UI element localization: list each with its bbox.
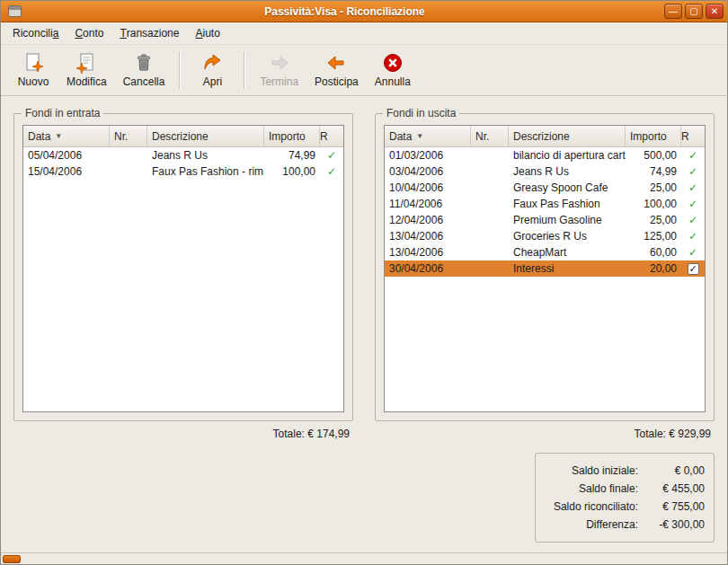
- toolbar-separator: [179, 51, 181, 89]
- table-row[interactable]: 15/04/2006 Faux Pas Fashion - rim 100,00…: [23, 163, 343, 180]
- funds-out-frame: Fondi in uscita Data▼ Nr. Descrizione Im…: [375, 113, 715, 421]
- window-title: Passività:Visa - Riconciliazione: [25, 5, 664, 18]
- toolbar-separator: [244, 51, 245, 89]
- cancel-icon: [382, 52, 404, 74]
- table-row[interactable]: 03/04/2006 Jeans R Us 74,99 ✓: [385, 163, 705, 180]
- column-header-date[interactable]: Data▼: [385, 126, 471, 146]
- check-icon: ✓: [688, 198, 697, 210]
- window-bottom-edge: [1, 552, 727, 564]
- check-icon: ✓: [688, 165, 697, 178]
- check-icon: ✓: [688, 149, 697, 162]
- table-row-selected[interactable]: 30/04/2006 Interessi 20,00 ✓: [385, 260, 705, 277]
- edit-icon: [75, 52, 97, 74]
- funds-in-table: Data▼ Nr. Descrizione Importo R 05/04/20…: [22, 125, 344, 412]
- menu-aiuto[interactable]: Aiuto: [187, 22, 227, 44]
- window-controls: — ▢ ✕: [664, 4, 724, 19]
- column-header-nr[interactable]: Nr.: [110, 126, 147, 146]
- checkbox-checked-icon[interactable]: ✓: [688, 263, 699, 275]
- funds-in-label: Fondi in entrata: [22, 107, 103, 119]
- saldo-iniziale-label: Saldo iniziale:: [572, 462, 638, 480]
- window-menu-icon[interactable]: [8, 5, 22, 17]
- cancel-button[interactable]: Annulla: [367, 49, 419, 91]
- sort-arrow-icon: ▼: [416, 132, 423, 140]
- column-header-r[interactable]: R: [681, 126, 705, 146]
- column-header-desc[interactable]: Descrizione: [147, 126, 264, 146]
- table-row[interactable]: 05/04/2006 Jeans R Us 74,99 ✓: [23, 147, 343, 163]
- table-row[interactable]: 13/04/2006 Groceries R Us 125,00 ✓: [385, 228, 705, 244]
- saldo-finale-value: € 455,00: [638, 480, 705, 498]
- column-header-amount[interactable]: Importo: [626, 126, 681, 146]
- menu-transazione[interactable]: Transazione: [111, 22, 187, 44]
- funds-out-pane: Fondi in uscita Data▼ Nr. Descrizione Im…: [375, 105, 715, 543]
- titlebar: Passività:Visa - Riconciliazione — ▢ ✕: [1, 1, 727, 22]
- close-button[interactable]: ✕: [706, 4, 724, 19]
- column-header-nr[interactable]: Nr.: [471, 126, 509, 146]
- saldo-riconciliato-value: € 755,00: [638, 498, 705, 516]
- sort-arrow-icon: ▼: [55, 132, 62, 140]
- check-icon: ✓: [688, 230, 697, 243]
- minimize-button[interactable]: —: [664, 4, 682, 19]
- differenza-value: -€ 300,00: [638, 516, 705, 534]
- postpone-button[interactable]: Posticipa: [306, 49, 367, 91]
- main-content: Fondi in entrata Data▼ Nr. Descrizione I…: [1, 96, 727, 552]
- check-icon: ✓: [688, 246, 697, 259]
- funds-out-total: Totale: € 929,99: [375, 421, 715, 440]
- toolbar: Nuovo Modifica Cancella Apri Termina Pos…: [1, 45, 727, 96]
- table-row[interactable]: 13/04/2006 CheapMart 60,00 ✓: [385, 244, 705, 260]
- open-button[interactable]: Apri: [187, 49, 237, 91]
- funds-out-label: Fondi in uscita: [383, 107, 459, 119]
- funds-in-header: Data▼ Nr. Descrizione Importo R: [23, 126, 343, 147]
- trash-icon: [133, 52, 155, 74]
- funds-in-frame: Fondi in entrata Data▼ Nr. Descrizione I…: [13, 113, 353, 421]
- saldo-finale-label: Saldo finale:: [579, 480, 638, 498]
- funds-out-table: Data▼ Nr. Descrizione Importo R 01/03/20…: [384, 125, 706, 412]
- postpone-icon: [325, 52, 347, 74]
- new-icon: [22, 52, 44, 74]
- column-header-desc[interactable]: Descrizione: [509, 126, 626, 146]
- reconcile-window: Passività:Visa - Riconciliazione — ▢ ✕ R…: [0, 0, 728, 565]
- saldo-iniziale-value: € 0,00: [638, 462, 705, 480]
- table-row[interactable]: 01/03/2006 bilancio di apertura carta 50…: [385, 147, 705, 163]
- menubar: Riconcilia Conto Transazione Aiuto: [1, 22, 727, 45]
- column-header-date[interactable]: Data▼: [23, 126, 110, 146]
- table-row[interactable]: 11/04/2006 Faux Pas Fashion 100,00 ✓: [385, 196, 705, 212]
- funds-out-header: Data▼ Nr. Descrizione Importo R: [385, 126, 705, 147]
- check-icon: ✓: [327, 149, 336, 162]
- check-icon: ✓: [688, 181, 697, 194]
- finish-icon: [269, 52, 290, 74]
- new-button[interactable]: Nuovo: [8, 49, 58, 91]
- funds-in-total: Totale: € 174,99: [13, 421, 353, 440]
- table-row[interactable]: 12/04/2006 Premium Gasoline 25,00 ✓: [385, 212, 705, 228]
- column-header-r[interactable]: R: [320, 126, 343, 146]
- edit-button[interactable]: Modifica: [58, 49, 115, 91]
- maximize-button[interactable]: ▢: [685, 4, 703, 19]
- resize-grip[interactable]: [3, 555, 21, 563]
- check-icon: ✓: [327, 165, 336, 178]
- balance-summary: Saldo iniziale: € 0,00 Saldo finale: € 4…: [535, 453, 715, 543]
- menu-riconcilia[interactable]: Riconcilia: [4, 22, 67, 44]
- open-icon: [201, 52, 223, 74]
- table-row[interactable]: 10/04/2006 Greasy Spoon Cafe 25,00 ✓: [385, 180, 705, 196]
- column-header-amount[interactable]: Importo: [264, 126, 320, 146]
- check-icon: ✓: [688, 214, 697, 226]
- differenza-label: Differenza:: [586, 516, 638, 534]
- delete-button[interactable]: Cancella: [115, 49, 173, 91]
- finish-button: Termina: [252, 49, 306, 91]
- funds-in-pane: Fondi in entrata Data▼ Nr. Descrizione I…: [13, 105, 353, 543]
- menu-conto[interactable]: Conto: [67, 22, 111, 44]
- saldo-riconciliato-label: Saldo riconciliato:: [554, 498, 638, 516]
